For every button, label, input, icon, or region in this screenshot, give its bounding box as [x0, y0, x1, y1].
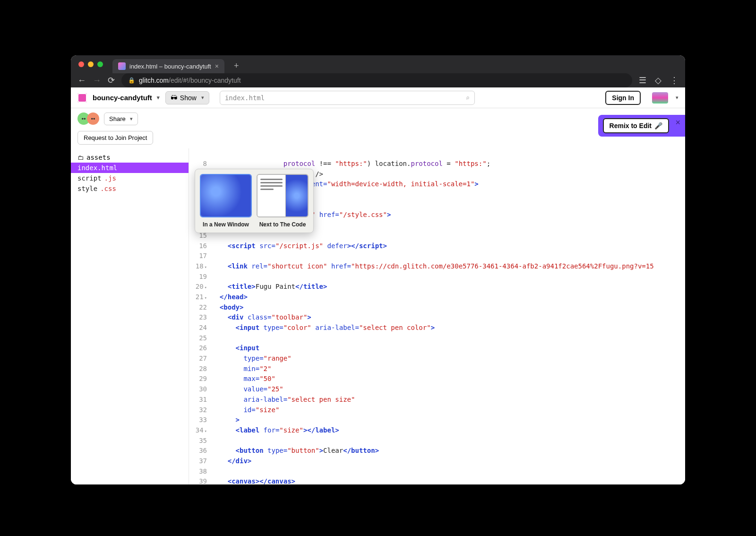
chevron-down-icon: ▾ [201, 95, 204, 101]
editor-main: 🗀 assets index.html script.js style.css … [71, 148, 685, 484]
show-new-window-option[interactable]: In a New Window [200, 174, 252, 228]
window-close-button[interactable] [78, 61, 84, 67]
chevron-down-icon[interactable]: ▾ [676, 95, 679, 101]
reader-mode-icon[interactable]: ☰ [639, 75, 646, 86]
tab-close-icon[interactable]: × [215, 62, 219, 70]
user-avatar[interactable] [652, 92, 668, 104]
file-search-input[interactable]: index.html ⌕ [220, 91, 475, 105]
avatar-neutral-icon: •• [87, 112, 99, 125]
sign-in-button[interactable]: Sign In [605, 91, 641, 105]
sidebar-item-assets[interactable]: 🗀 assets [71, 152, 189, 163]
browser-titlebar: index.html – bouncy-candytuft × + [71, 55, 685, 73]
request-join-button[interactable]: Request to Join Project [77, 131, 153, 145]
browser-toolbar: ← → ⟳ 🔒 glitch.com/edit/#!/bouncy-candyt… [71, 73, 685, 87]
lock-icon: 🔒 [128, 77, 135, 84]
show-next-to-code-option[interactable]: Next to The Code [257, 174, 309, 228]
new-tab-button[interactable]: + [234, 61, 239, 71]
browser-menu-icon[interactable]: ⋮ [670, 75, 679, 86]
chevron-down-icon: ▾ [130, 116, 133, 122]
sidebar-item-style-css[interactable]: style.css [71, 183, 189, 194]
show-popover: In a New Window Next to The Code [195, 169, 314, 233]
profile-icon[interactable]: ◇ [655, 75, 662, 86]
window-maximize-button[interactable] [97, 61, 103, 67]
sidebar-item-script-js[interactable]: script.js [71, 173, 189, 183]
file-sidebar: 🗀 assets index.html script.js style.css [71, 148, 189, 484]
collaborators[interactable]: •• •• [77, 112, 99, 125]
sidebar-item-index-html[interactable]: index.html [71, 163, 189, 173]
glitch-app: bouncy-candytuft ▾ 🕶 Show ▾ index.html ⌕… [71, 87, 685, 484]
forward-button[interactable]: → [93, 76, 101, 86]
show-button[interactable]: 🕶 Show ▾ [165, 91, 209, 104]
reload-button[interactable]: ⟳ [108, 75, 115, 86]
address-bar[interactable]: 🔒 glitch.com/edit/#!/bouncy-candytuft [121, 73, 632, 87]
browser-window: index.html – bouncy-candytuft × + ← → ⟳ … [71, 55, 685, 484]
sunglasses-icon: 🕶 [171, 94, 177, 102]
microphone-icon: 🎤 [654, 122, 662, 130]
search-icon: ⌕ [465, 94, 469, 102]
favicon-icon [118, 62, 126, 70]
glitch-logo-icon[interactable] [77, 93, 87, 103]
remix-banner: Remix to Edit 🎤 × [598, 115, 685, 137]
remix-to-edit-button[interactable]: Remix to Edit 🎤 [603, 118, 669, 133]
window-controls [78, 61, 103, 67]
back-button[interactable]: ← [77, 76, 86, 86]
app-header: bouncy-candytuft ▾ 🕶 Show ▾ index.html ⌕… [71, 87, 685, 108]
url-path: /edit/#!/bouncy-candytuft [169, 77, 241, 84]
project-name-dropdown[interactable]: bouncy-candytuft ▾ [93, 94, 160, 102]
window-minimize-button[interactable] [88, 61, 94, 67]
close-icon[interactable]: × [675, 118, 680, 128]
chevron-down-icon: ▾ [157, 95, 160, 101]
secondary-toolbar: •• •• Share ▾ [71, 108, 685, 129]
url-host: glitch.com [139, 77, 169, 84]
browser-tab[interactable]: index.html – bouncy-candytuft × [112, 59, 224, 73]
share-button[interactable]: Share ▾ [104, 112, 138, 125]
tab-title: index.html – bouncy-candytuft [129, 63, 211, 70]
folder-icon: 🗀 [77, 154, 84, 161]
